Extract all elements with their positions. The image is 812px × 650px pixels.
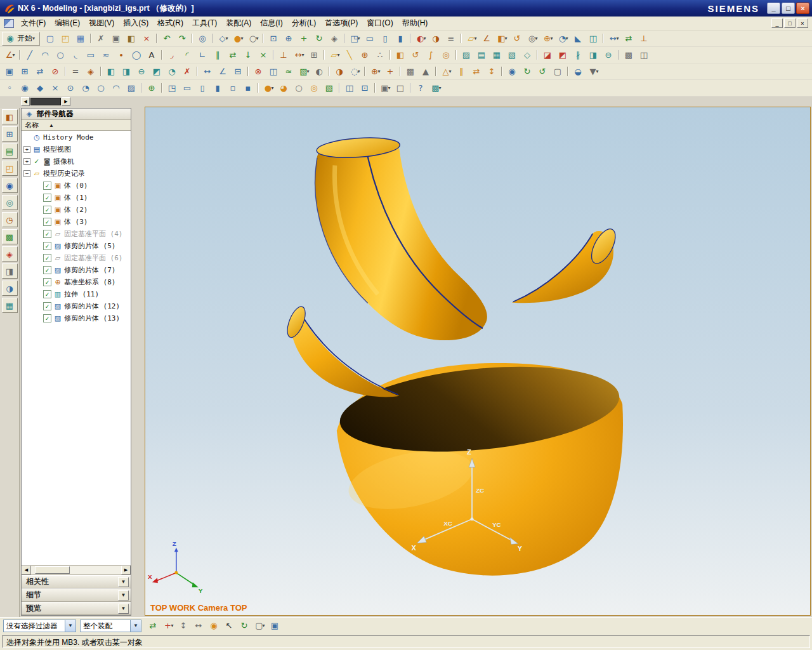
- section-chevron-button[interactable]: ▼: [118, 604, 129, 614]
- tree-column-header[interactable]: 名称 ▲: [22, 120, 131, 131]
- wcs-dynamics-icon[interactable]: ⊕ ▾: [367, 65, 383, 79]
- menu-item[interactable]: 首选项(P): [320, 16, 362, 30]
- pull-face-icon[interactable]: ◨: [119, 65, 134, 79]
- tree-expander[interactable]: [34, 291, 41, 298]
- hole-icon[interactable]: ◎ ▾: [525, 32, 540, 46]
- tree-checkbox[interactable]: ✓: [43, 194, 51, 202]
- view-top-icon[interactable]: ▭: [180, 81, 195, 95]
- view-right-icon[interactable]: ▮: [210, 81, 225, 95]
- wireframe-icon[interactable]: ○: [291, 81, 306, 95]
- tree-expander[interactable]: [34, 255, 41, 262]
- toolbar-separator[interactable]: [565, 65, 570, 79]
- move-face-icon[interactable]: ◧: [103, 65, 119, 79]
- instance-geometry-icon[interactable]: ▩: [403, 65, 418, 79]
- tree-item-body-3[interactable]: ✓ ▣ 体 (3): [34, 216, 131, 228]
- tree-horizontal-scrollbar[interactable]: ◀ ▶: [22, 565, 131, 574]
- start-menu-button[interactable]: ◉ 开始 ▾: [2, 32, 40, 46]
- customize-icon[interactable]: ▼ ▾: [586, 65, 601, 79]
- tree-item-trimmed-sheet-13[interactable]: ✓ ▨ 修剪的片体 (13): [34, 312, 131, 324]
- trim-body-icon[interactable]: ◩: [555, 48, 570, 62]
- slider-right-button[interactable]: ▶: [62, 97, 70, 106]
- point-set-icon[interactable]: ∴: [372, 48, 388, 62]
- unite-icon[interactable]: ⊕ ▾: [540, 32, 555, 46]
- tree-checkbox[interactable]: ✓: [43, 218, 51, 226]
- show-hide-icon[interactable]: ◐ ▾: [413, 32, 428, 46]
- hand-tool-icon[interactable]: ↕: [176, 619, 191, 633]
- tree-checkbox[interactable]: ✓: [43, 230, 51, 238]
- scroll-right-button[interactable]: ▶: [121, 566, 131, 574]
- tree-item-datum-csys-8[interactable]: ✓ ⊕ 基准坐标系 (8): [34, 276, 131, 288]
- quick-trim-icon[interactable]: ◞: [164, 48, 180, 62]
- selection-scope-combo[interactable]: 整个装配 ▼: [80, 620, 141, 632]
- front-view-icon[interactable]: ▯: [377, 32, 393, 46]
- snap-point-toggle-icon[interactable]: ⊕: [144, 81, 159, 95]
- quick-extend-icon[interactable]: ◜: [180, 48, 195, 62]
- command-finder-icon[interactable]: ◎: [195, 32, 210, 46]
- menu-item[interactable]: 插入(S): [119, 16, 153, 30]
- layer-settings-icon[interactable]: ≡: [443, 32, 459, 46]
- toolbar-separator[interactable]: [271, 48, 276, 62]
- studio-render-icon[interactable]: ◎: [306, 81, 322, 95]
- menu-item[interactable]: 信息(I): [256, 16, 287, 30]
- tube-icon[interactable]: ◎: [438, 48, 454, 62]
- toolbar-separator[interactable]: [362, 65, 367, 79]
- tree-item-trimmed-sheet-7[interactable]: ✓ ▨ 修剪的片体 (7): [34, 264, 131, 276]
- edit-positioning-icon[interactable]: ⊞: [17, 65, 32, 79]
- mirror-feature-icon[interactable]: ◫: [636, 48, 652, 62]
- tree-expander[interactable]: [34, 279, 41, 286]
- view-front-icon[interactable]: ▯: [195, 81, 210, 95]
- toolbar-separator[interactable]: [195, 65, 200, 79]
- graphics-window[interactable]: Z ZC XC X YC Y Z X: [145, 107, 811, 616]
- scroll-thumb[interactable]: [35, 566, 70, 574]
- datum-plane-icon[interactable]: ▱ ▾: [327, 48, 342, 62]
- system-materials-tab-icon[interactable]: ▩: [2, 229, 18, 244]
- fillet-icon[interactable]: ◟: [68, 48, 83, 62]
- sweep-icon[interactable]: ∫: [423, 48, 438, 62]
- process-studio-tab-icon[interactable]: ◈: [2, 246, 18, 262]
- roles-icon[interactable]: ◒: [570, 65, 586, 79]
- dimensions-icon[interactable]: ↔ ▾: [291, 48, 306, 62]
- rotate-view-icon[interactable]: ↻: [311, 32, 327, 46]
- tree-expander[interactable]: [34, 303, 41, 310]
- arc-center-snap-icon[interactable]: ⊙: [63, 81, 78, 95]
- object-display-icon[interactable]: ◉: [504, 65, 520, 79]
- replace-face-icon[interactable]: ◩: [149, 65, 164, 79]
- toolbar-separator[interactable]: [17, 48, 22, 62]
- revolve-icon[interactable]: ↺: [509, 32, 525, 46]
- slider-thumb[interactable]: [30, 98, 61, 105]
- toolbar-separator[interactable]: [408, 81, 413, 95]
- measure-angle-icon[interactable]: ∠: [215, 65, 230, 79]
- tree-checkbox[interactable]: ✓: [43, 314, 51, 322]
- wcs-orient-icon[interactable]: +: [383, 65, 398, 79]
- tree-item-fixed-datum-plane-4[interactable]: ✓ ▱ 固定基准平面 (4): [34, 228, 131, 240]
- studio-spline-icon[interactable]: ≈: [98, 48, 114, 62]
- top-view-icon[interactable]: ▭: [362, 32, 377, 46]
- tree-checkbox[interactable]: ✓: [43, 290, 51, 298]
- sketch-icon[interactable]: ∠: [479, 32, 494, 46]
- toolbar-separator[interactable]: [616, 48, 621, 62]
- reflection-analysis-icon[interactable]: ◐: [311, 65, 327, 79]
- n-sided-surface-icon[interactable]: ◇: [520, 48, 535, 62]
- work-part-icon[interactable]: ▣: [267, 619, 282, 633]
- toolbar-separator[interactable]: [454, 48, 459, 62]
- suppress-feature-icon[interactable]: ⊘: [48, 65, 63, 79]
- make-coplanar-icon[interactable]: ∥: [454, 65, 469, 79]
- part-module-icon[interactable]: ◈: [83, 65, 98, 79]
- extrude-icon[interactable]: ◧ ▾: [494, 32, 509, 46]
- slider-left-button[interactable]: ◀: [21, 97, 30, 106]
- edit-feature-icon[interactable]: ▣: [2, 65, 17, 79]
- web-browser-tab-icon[interactable]: ◎: [2, 195, 18, 210]
- extrude-icon[interactable]: ◧: [393, 48, 408, 62]
- toolbar-separator[interactable]: [210, 32, 215, 46]
- section-chevron-button[interactable]: ▼: [118, 590, 129, 600]
- menu-item[interactable]: 分析(L): [287, 16, 321, 30]
- tree-expander[interactable]: [34, 194, 41, 201]
- toolbar-separator[interactable]: [327, 65, 332, 79]
- promote-body-icon[interactable]: ▲: [418, 65, 433, 79]
- orient-view-icon[interactable]: ◇ ▾: [215, 32, 230, 46]
- pan-icon[interactable]: +: [296, 32, 311, 46]
- pattern-feature-icon[interactable]: ▩: [621, 48, 636, 62]
- tree-item-trimmed-sheet-12[interactable]: ✓ ▨ 修剪的片体 (12): [34, 300, 131, 312]
- point-on-curve-snap-icon[interactable]: ◠: [108, 81, 124, 95]
- shaded-with-edges-icon[interactable]: ● ▾: [261, 81, 276, 95]
